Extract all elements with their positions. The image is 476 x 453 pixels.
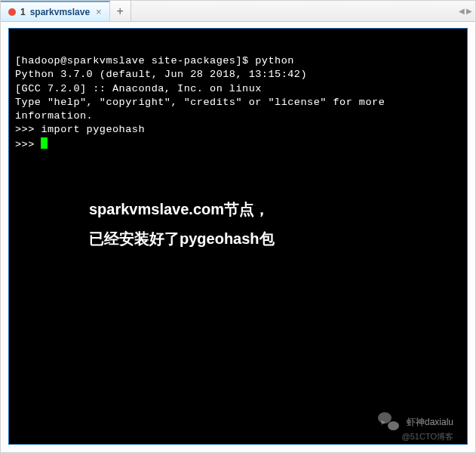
terminal-window: 1 sparkvmslave × + ◀ ▶ [hadoop@sparkvmsl…: [0, 0, 476, 453]
watermark: 虾神daxialu: [378, 412, 453, 432]
watermark-text: 虾神daxialu: [407, 416, 453, 429]
tab-label: sparkvmslave: [30, 7, 90, 17]
terminal[interactable]: [hadoop@sparkvmslave site-packages]$ pyt…: [8, 28, 468, 445]
terminal-output: [hadoop@sparkvmslave site-packages]$ pyt…: [15, 41, 461, 152]
annotation-line-2: 已经安装好了pygeohash包: [89, 224, 275, 254]
annotation-line-1: sparkvmslave.com节点，: [89, 195, 275, 224]
new-tab-button[interactable]: +: [110, 1, 131, 21]
nav-left-icon[interactable]: ◀: [459, 7, 465, 15]
watermark-secondary: @51CTO博客: [402, 431, 453, 442]
nav-right-icon[interactable]: ▶: [466, 7, 472, 15]
tab-status-dot: [8, 8, 16, 16]
annotation-text: sparkvmslave.com节点， 已经安装好了pygeohash包: [89, 195, 275, 254]
tab-number: 1: [20, 7, 26, 17]
cursor: [41, 137, 48, 149]
tab-nav-arrows: ◀ ▶: [459, 1, 472, 21]
tab-bar: 1 sparkvmslave × + ◀ ▶: [1, 1, 475, 22]
tab-close-icon[interactable]: ×: [94, 6, 103, 17]
tab-active[interactable]: 1 sparkvmslave ×: [1, 1, 110, 21]
terminal-container: [hadoop@sparkvmslave site-packages]$ pyt…: [1, 22, 475, 452]
wechat-icon: [378, 412, 399, 432]
